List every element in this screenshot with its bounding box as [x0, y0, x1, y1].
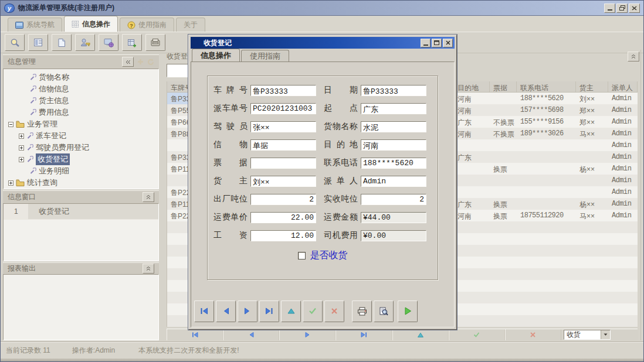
origin-input[interactable]: 广东 — [361, 103, 426, 114]
collapse-report-panel-button[interactable] — [143, 264, 154, 274]
cell-ticket[interactable]: 换票 — [490, 198, 517, 210]
tree-item-dispatch-reg[interactable]: 派车登记 — [4, 130, 158, 142]
dialog-tab-info-operation[interactable]: 信息操作 — [192, 49, 240, 62]
token-input[interactable]: 单据 — [250, 139, 316, 151]
cell-phone[interactable]: 18755112920 — [517, 210, 576, 221]
col-phone[interactable]: 联系电话 — [517, 81, 576, 92]
last-record-button[interactable] — [259, 300, 279, 322]
cell-destination[interactable]: 广东 — [454, 198, 490, 210]
ticket-input[interactable] — [250, 158, 316, 169]
cell-destination[interactable]: 河南 — [454, 128, 490, 139]
cell-destination[interactable]: 河南 — [454, 104, 490, 116]
col-owner[interactable]: 货主 — [576, 81, 608, 92]
cell-dispatcher[interactable]: Admin — [608, 104, 638, 116]
tree-item-business-detail[interactable]: 业务明细 — [4, 165, 158, 177]
open-window-item[interactable]: 1 收货登记 — [4, 204, 158, 220]
date-input[interactable]: 鲁P33333 — [361, 85, 426, 96]
cell-ticket[interactable]: 换票 — [490, 163, 517, 175]
minimize-button[interactable] — [604, 4, 615, 13]
expand-box-icon[interactable] — [8, 180, 13, 186]
nav-last-button[interactable] — [335, 329, 392, 340]
collapse-sidebar-button[interactable] — [122, 57, 134, 67]
cell-owner[interactable]: 刘×× — [576, 93, 608, 104]
cell-destination[interactable]: 河南 — [454, 93, 490, 104]
col-ticket[interactable]: 票据 — [490, 81, 517, 92]
cell-owner[interactable]: 郑×× — [576, 104, 608, 116]
cell-dispatcher[interactable]: Admin — [608, 128, 638, 139]
cell-destination[interactable] — [454, 163, 490, 175]
restore-button[interactable] — [616, 4, 628, 13]
dropdown-arrow-button[interactable] — [601, 330, 610, 339]
next-record-button[interactable] — [238, 300, 257, 322]
cell-dispatcher[interactable]: Admin — [608, 210, 638, 221]
cell-dispatcher[interactable]: Admin — [608, 116, 638, 128]
cell-dispatcher[interactable]: Admin — [608, 139, 638, 151]
dialog-minimize-button[interactable] — [421, 39, 431, 47]
cell-destination[interactable] — [454, 186, 490, 198]
cell-phone[interactable]: 155****9156 — [517, 116, 576, 128]
tree-item-owner-info[interactable]: 货主信息 — [4, 95, 158, 107]
cell-ticket[interactable] — [490, 186, 517, 198]
receipt-checkbox[interactable] — [298, 252, 306, 259]
cell-phone[interactable] — [517, 151, 576, 163]
cell-phone[interactable] — [517, 175, 576, 186]
cell-ticket[interactable]: 不换票 — [490, 116, 517, 128]
user-permission-button[interactable] — [75, 34, 95, 51]
destination-input[interactable]: 河南 — [361, 139, 426, 151]
cell-owner[interactable]: 郑×× — [576, 116, 608, 128]
cell-owner[interactable] — [576, 175, 608, 186]
cargo-name-input[interactable]: 水泥 — [361, 121, 426, 132]
tree-item-driver-fee-reg[interactable]: 驾驶员费用登记 — [4, 142, 158, 153]
nav-confirm-button[interactable] — [449, 329, 505, 340]
collapse-content-button[interactable] — [628, 52, 639, 62]
cell-phone[interactable] — [517, 139, 576, 151]
cell-phone[interactable] — [517, 163, 576, 175]
recv-tonnage-input[interactable]: 2 — [361, 194, 426, 205]
cell-destination[interactable]: 广东 — [454, 116, 490, 128]
out-tonnage-input[interactable]: 2 — [250, 194, 316, 205]
nav-cancel-button[interactable] — [505, 329, 561, 340]
cell-destination[interactable]: 广东 — [454, 151, 490, 163]
cell-phone[interactable]: 188****5620 — [517, 93, 576, 104]
cell-dispatcher[interactable]: Admin — [608, 186, 638, 198]
tree-item-token-info[interactable]: 信物信息 — [4, 83, 158, 95]
cell-owner[interactable]: 马×× — [576, 210, 608, 221]
cell-owner[interactable]: 马×× — [576, 128, 608, 139]
plate-input[interactable]: 鲁P33333 — [250, 85, 316, 96]
dispatcher-input[interactable]: Admin — [361, 176, 426, 187]
dialog-close-button[interactable] — [443, 39, 453, 47]
cancel-record-button[interactable] — [324, 300, 344, 322]
tree-item-statistics[interactable]: 统计查询 — [4, 177, 158, 189]
tree-item-cargo-name[interactable]: 货物名称 — [4, 71, 158, 83]
cell-dispatcher[interactable]: Admin — [608, 198, 638, 210]
cell-dispatcher[interactable]: Admin — [608, 175, 638, 186]
cell-phone[interactable]: 157****5698 — [517, 104, 576, 116]
nav-prev-button[interactable] — [223, 329, 279, 340]
owner-input[interactable]: 刘×× — [250, 176, 316, 187]
nav-next-button[interactable] — [279, 329, 335, 340]
cell-dispatcher[interactable]: Admin — [608, 163, 638, 175]
execute-button[interactable] — [398, 300, 418, 322]
cell-phone[interactable]: 189****3026 — [517, 128, 576, 139]
tree-item-business-mgmt[interactable]: 业务管理 — [4, 118, 158, 130]
unit-price-input[interactable]: 22.00 — [250, 212, 316, 223]
print-preview-button[interactable] — [374, 300, 394, 322]
cell-owner[interactable] — [576, 151, 608, 163]
expand-box-icon[interactable] — [19, 134, 24, 139]
form-view-button[interactable] — [28, 34, 48, 51]
dialog-tab-user-guide[interactable]: 使用指南 — [241, 50, 289, 62]
edit-record-button[interactable] — [281, 300, 301, 322]
cell-ticket[interactable] — [490, 151, 517, 163]
cell-owner[interactable] — [576, 139, 608, 151]
cell-destination[interactable] — [454, 139, 490, 151]
tab-about[interactable]: 关于 — [176, 18, 205, 32]
cell-ticket[interactable]: 不换票 — [490, 128, 517, 139]
nav-first-button[interactable] — [167, 329, 223, 340]
col-dispatcher[interactable]: 派单人 — [608, 81, 638, 92]
tab-user-guide[interactable]: ? 使用指南 — [120, 18, 174, 32]
cell-ticket[interactable] — [490, 104, 517, 116]
new-document-button[interactable] — [52, 34, 72, 51]
cell-ticket[interactable] — [490, 175, 517, 186]
dispatch-no-input[interactable]: PC20201231003 — [250, 103, 316, 114]
tree-item-receipt-reg[interactable]: 收货登记 — [4, 153, 158, 165]
